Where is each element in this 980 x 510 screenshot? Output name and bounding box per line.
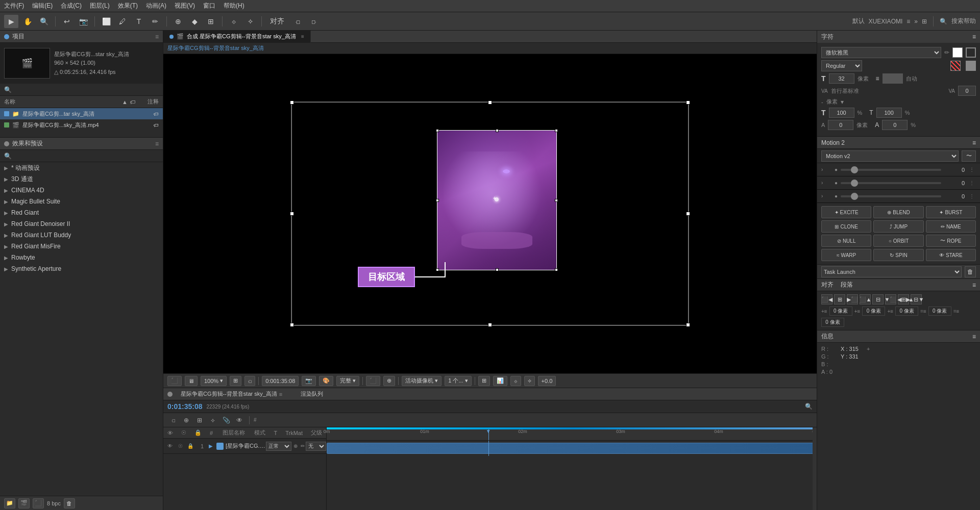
effect-cat-3d[interactable]: ▶ 3D 通道 (0, 173, 163, 185)
viewer-color-btn[interactable]: 🎨 (319, 376, 333, 386)
char-va-input[interactable] (958, 86, 976, 96)
m2-arrow-2[interactable]: › (821, 180, 829, 186)
comp-tab-main[interactable]: 🎬 合成 星际争霸CG剪辑--背景音star sky_高清 ≡ (163, 31, 311, 43)
char-px-arrow[interactable]: ▾ (841, 98, 844, 106)
tool-snap[interactable]: ⟤ (290, 15, 305, 28)
m2-btn-spin[interactable]: ↻ SPIN (873, 249, 923, 261)
tl-btn-4[interactable]: ⟡ (207, 415, 218, 425)
viewer-zoom-select[interactable]: 100% ▾ (201, 376, 227, 386)
track-bar-1[interactable] (327, 443, 816, 454)
viewer-cam-btn[interactable]: 📷 (302, 376, 316, 386)
viewer-display-btn[interactable]: 🖥 (185, 376, 198, 386)
tl-btn-5[interactable]: 📎 (220, 415, 232, 425)
viewer-3d-btn[interactable]: ⟐ (510, 376, 521, 386)
align-dist-v[interactable]: ▲⊟▼ (911, 294, 922, 304)
handle-tl[interactable] (290, 100, 294, 105)
viewer-quality-btn[interactable]: 完整 ▾ (336, 376, 359, 386)
project-file-comp[interactable]: 📁 星际争霸CG剪...tar sky_高清 🏷 (0, 108, 163, 119)
m2-arrow-3[interactable]: › (821, 193, 829, 199)
tool-select[interactable]: ▶ (4, 15, 18, 28)
effect-cat-rowbyte[interactable]: ▶ Rowbyte (0, 252, 163, 263)
menu-file[interactable]: 文件(F) (4, 2, 24, 10)
handle-tr[interactable] (686, 100, 690, 105)
m2-link-2[interactable]: ⋮ (968, 179, 976, 187)
playhead[interactable] (488, 429, 489, 440)
info-menu[interactable]: ≡ (972, 333, 976, 340)
m2-btn-null[interactable]: ⊘ NULL (821, 235, 871, 247)
effects-menu-btn[interactable]: ≡ (155, 140, 159, 147)
handle-mr[interactable] (686, 212, 690, 216)
tool-eraser[interactable]: ◆ (187, 15, 202, 28)
menu-help[interactable]: 帮助(H) (224, 2, 244, 10)
char-pen-icon[interactable]: ✏ (944, 49, 949, 56)
track-mode-select-1[interactable]: 正常 (266, 442, 291, 451)
motion2-version-select[interactable]: Motion v2 (821, 150, 959, 162)
menu-layer[interactable]: 图层(L) (90, 2, 110, 10)
tool-shape2[interactable]: ⟡ (243, 15, 257, 28)
m2-btn-clone[interactable]: ⊞ CLONE (821, 220, 871, 233)
video-layer[interactable] (437, 130, 557, 270)
viewer-alpha-btn[interactable]: ⬛ (366, 376, 380, 386)
char-size-input[interactable] (829, 73, 854, 84)
align-bottom[interactable]: ▼⬛ (885, 294, 896, 304)
align-menu[interactable]: ≡ (972, 282, 976, 289)
track-lock[interactable]: 🔒 (186, 442, 195, 451)
character-menu[interactable]: ≡ (972, 33, 976, 40)
viewer-adjust-btn[interactable]: ⟡ (524, 376, 535, 386)
m2-btn-burst[interactable]: ✦ BURST (926, 206, 976, 218)
tool-hand[interactable]: ✋ (20, 15, 35, 28)
handle-br[interactable] (686, 323, 690, 327)
project-file-video[interactable]: 🎬 星际争霸CG剪...sky_高清.mp4 🏷 (0, 119, 163, 131)
effect-cat-denoiser[interactable]: ▶ Red Giant Denoiser II (0, 218, 163, 230)
m2-link-1[interactable]: ⋮ (968, 166, 976, 174)
tl-tab-label[interactable]: 星际争霸CG剪辑--背景音star sky_高清 (181, 390, 277, 398)
handle-tm[interactable] (488, 100, 492, 105)
m2-slider-1[interactable] (841, 169, 941, 171)
char-vscale-input[interactable] (876, 108, 902, 118)
tl-btn-1[interactable]: ⟤ (167, 415, 179, 425)
char-font-select[interactable]: 微软雅黑 (821, 47, 941, 58)
panel-new-folder[interactable]: 📁 (4, 498, 15, 508)
tool-rect[interactable]: ⬜ (99, 15, 113, 28)
panel-trash[interactable]: 🗑 (64, 498, 75, 508)
m2-btn-warp[interactable]: ≈ WARP (821, 249, 871, 261)
tl-btn-3[interactable]: ⊞ (194, 415, 205, 425)
track-expand[interactable]: ▶ (209, 443, 213, 449)
motion2-wave-btn[interactable]: 〜 (962, 150, 976, 162)
align-field-2[interactable] (862, 307, 885, 316)
menu-compose[interactable]: 合成(C) (61, 2, 82, 10)
m2-slider-3[interactable] (841, 195, 941, 197)
vi-handle-tl[interactable] (436, 129, 439, 132)
comp-tab-close[interactable]: ≡ (301, 34, 304, 39)
viewer-grid-btn[interactable]: ⊞ (478, 376, 490, 386)
effect-cat-animation[interactable]: ▶ * 动画预设 (0, 162, 163, 173)
vi-handle-bm[interactable] (496, 268, 499, 271)
timeline-scrollbar-v[interactable] (813, 427, 817, 510)
tl-btn-2[interactable]: ⊕ (181, 415, 192, 425)
handle-bm[interactable] (488, 323, 492, 327)
align-field-4[interactable] (928, 307, 951, 316)
effect-cat-lut[interactable]: ▶ Red Giant LUT Buddy (0, 230, 163, 241)
char-color-extra[interactable] (966, 61, 976, 71)
vi-handle-br[interactable] (555, 268, 558, 271)
timeline-ruler[interactable]: 0m 01m 02m 03m 04m 05m (327, 429, 817, 441)
tool-pencil[interactable]: ✏ (148, 15, 162, 28)
viewer-timecode[interactable]: 0:001:35:08 (262, 376, 299, 386)
tool-text[interactable]: T (132, 15, 146, 28)
align-field-3[interactable] (895, 307, 918, 316)
m2-btn-name[interactable]: ✏ NAME (926, 220, 976, 233)
menu-animation[interactable]: 动画(A) (146, 2, 166, 10)
col-sort-up[interactable]: ▲ (122, 99, 128, 105)
tool-align[interactable]: 对齐 (266, 15, 288, 28)
track-pencil[interactable]: ✏ (301, 443, 305, 449)
vi-handle-mr[interactable] (555, 199, 558, 202)
menu-effect[interactable]: 效果(T) (118, 2, 138, 10)
task-launch-select[interactable]: Task Launch (821, 266, 962, 277)
align-right[interactable]: ▶⬛ (847, 294, 858, 304)
effects-search-input[interactable] (14, 153, 159, 159)
viewer-mask-btn[interactable]: ⊕ (383, 376, 395, 386)
m2-btn-stare[interactable]: 👁 STARE (926, 249, 976, 261)
tool-rotate[interactable]: ↩ (60, 15, 74, 28)
char-shift-input[interactable] (882, 120, 908, 130)
char-color-swatch2[interactable] (966, 47, 976, 58)
